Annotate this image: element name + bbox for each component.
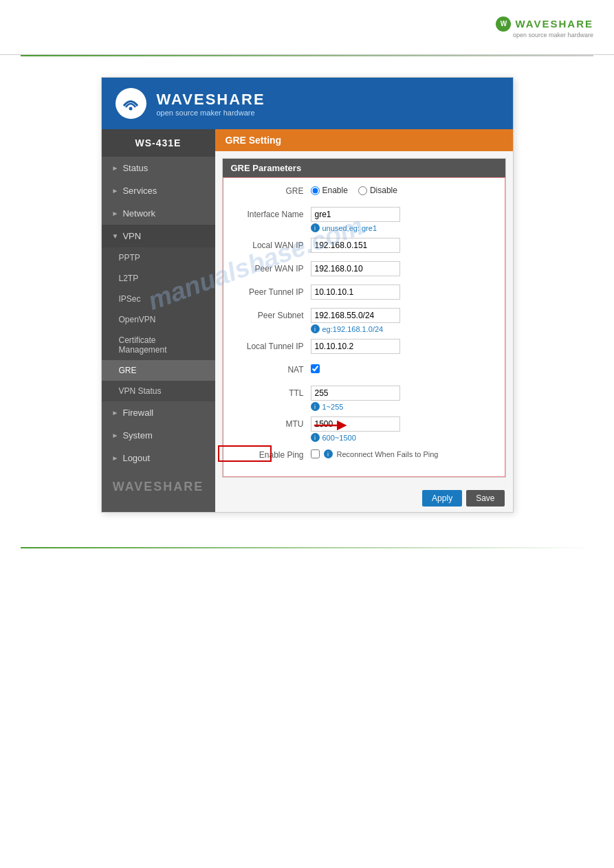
- peer-tunnel-ip-input[interactable]: [311, 285, 400, 300]
- router-brand: WAVESHARE: [157, 91, 265, 109]
- peer-wan-ip-value: [311, 261, 496, 276]
- gre-enable-option[interactable]: Enable: [311, 186, 348, 195]
- sidebar-label-services: Services: [122, 186, 157, 196]
- gre-label: GRE: [119, 366, 137, 375]
- mtu-value: i 600~1500: [311, 416, 496, 442]
- arrow-icon: ►: [112, 164, 119, 172]
- arrow-icon: ►: [112, 454, 119, 462]
- ttl-hint-text: 1~255: [322, 403, 344, 411]
- peer-tunnel-ip-row: Peer Tunnel IP: [232, 285, 496, 302]
- sidebar-item-openvpn[interactable]: OpenVPN: [102, 309, 215, 330]
- arrow-icon-vpn: ▼: [112, 232, 119, 240]
- mtu-input[interactable]: [311, 416, 400, 432]
- gre-enable-radio[interactable]: [311, 186, 320, 195]
- action-buttons: Apply Save: [215, 485, 513, 512]
- peer-subnet-label: Peer Subnet: [232, 308, 311, 320]
- arrow-icon: ►: [112, 409, 119, 416]
- interface-name-label: Interface Name: [232, 207, 311, 219]
- enable-ping-row: Enable Ping i Reconnect When Fails to Pi…: [232, 447, 496, 465]
- sidebar-item-status[interactable]: ► Status: [102, 157, 215, 179]
- local-wan-ip-value: [311, 238, 496, 253]
- hint-icon: i: [311, 433, 320, 442]
- peer-subnet-input[interactable]: [311, 308, 400, 323]
- params-body: GRE Enable: [223, 177, 505, 477]
- page-content: manualsbase.com WAVESHARE open source ma…: [0, 56, 614, 533]
- sidebar-item-logout[interactable]: ► Logout: [102, 447, 215, 469]
- main-panel: GRE Setting GRE Parameters GRE: [215, 129, 513, 512]
- ttl-row: TTL i 1~255: [232, 386, 496, 411]
- gre-disable-option[interactable]: Disable: [358, 186, 397, 195]
- gre-disable-radio[interactable]: [358, 186, 367, 195]
- local-wan-ip-input[interactable]: [311, 238, 400, 253]
- enable-ping-checkbox[interactable]: [311, 449, 320, 458]
- local-tunnel-ip-input[interactable]: [311, 339, 400, 354]
- device-name: WS-431E: [102, 129, 215, 157]
- local-wan-ip-row: Local WAN IP: [232, 238, 496, 256]
- sidebar-item-pptp[interactable]: PPTP: [102, 247, 215, 268]
- logo-subtitle: open source maker hardware: [513, 32, 593, 38]
- params-section: GRE Parameters GRE Enable: [222, 158, 506, 478]
- brand-name: WAVESHARE: [515, 18, 593, 30]
- gre-radio-group: Enable Disable: [311, 183, 496, 195]
- interface-name-hint: i unused,eg: gre1: [311, 223, 496, 232]
- router-wrapper: manualsbase.com WAVESHARE open source ma…: [101, 77, 514, 513]
- sidebar-item-services[interactable]: ► Services: [102, 179, 215, 202]
- vpn-submenu: PPTP L2TP IPSec OpenVPN Certificate Mana…: [102, 247, 215, 401]
- ttl-label: TTL: [232, 386, 311, 398]
- router-body: WS-431E ► Status ► Services ► Network: [102, 129, 513, 512]
- peer-subnet-hint: i eg:192.168.1.0/24: [311, 324, 496, 333]
- sidebar-label-system: System: [122, 430, 152, 441]
- sidebar-item-vpn-status[interactable]: VPN Status: [102, 381, 215, 401]
- router-logo-text: WAVESHARE open source maker hardware: [157, 91, 265, 117]
- sidebar-label-logout: Logout: [122, 453, 150, 463]
- peer-wan-ip-input[interactable]: [311, 261, 400, 276]
- router-tagline: open source maker hardware: [157, 109, 265, 117]
- mtu-row: MTU i 600~1500: [232, 416, 496, 442]
- sidebar-label-network: Network: [122, 208, 155, 219]
- enable-ping-value: i Reconnect When Fails to Ping: [311, 447, 496, 458]
- gre-disable-label: Disable: [370, 186, 397, 195]
- sidebar-item-gre[interactable]: GRE: [102, 360, 215, 381]
- interface-name-row: Interface Name i unused,eg: gre1: [232, 207, 496, 232]
- peer-tunnel-ip-label: Peer Tunnel IP: [232, 285, 311, 297]
- sidebar-item-ipsec[interactable]: IPSec: [102, 289, 215, 309]
- interface-name-input[interactable]: [311, 207, 400, 222]
- hint-icon: i: [311, 402, 320, 411]
- gre-field-value: Enable Disable: [311, 183, 496, 195]
- enable-ping-reconnect-text: Reconnect When Fails to Ping: [337, 450, 439, 458]
- ttl-input[interactable]: [311, 386, 400, 401]
- sidebar-item-system[interactable]: ► System: [102, 424, 215, 447]
- save-button[interactable]: Save: [466, 490, 504, 507]
- sidebar-item-l2tp[interactable]: L2TP: [102, 268, 215, 289]
- local-tunnel-ip-value: [311, 339, 496, 354]
- mtu-hint: i 600~1500: [311, 433, 496, 442]
- enable-ping-checkbox-group: i Reconnect When Fails to Ping: [311, 447, 496, 458]
- nat-checkbox[interactable]: [311, 364, 320, 373]
- mtu-hint-text: 600~1500: [322, 434, 356, 442]
- apply-button[interactable]: Apply: [422, 490, 462, 507]
- gre-row: GRE Enable: [232, 183, 496, 201]
- ttl-value: i 1~255: [311, 386, 496, 411]
- arrow-icon: ►: [112, 432, 119, 439]
- router-header: WAVESHARE open source maker hardware: [102, 78, 513, 129]
- nat-label: NAT: [232, 362, 311, 375]
- gre-enable-label: Enable: [322, 186, 348, 195]
- hint-icon: i: [324, 449, 333, 458]
- local-wan-ip-label: Local WAN IP: [232, 238, 311, 250]
- sidebar-item-network[interactable]: ► Network: [102, 202, 215, 225]
- router-ui: WAVESHARE open source maker hardware WS-…: [101, 77, 514, 513]
- nat-checkbox-group: [311, 362, 496, 373]
- mtu-label: MTU: [232, 416, 311, 429]
- sidebar-bottom-logo: WAVESHARE: [102, 469, 215, 504]
- sidebar-label-firewall: Firewall: [122, 408, 153, 418]
- local-tunnel-ip-row: Local Tunnel IP: [232, 339, 496, 357]
- top-header: W WAVESHARE open source maker hardware: [0, 0, 614, 55]
- enable-ping-label: Enable Ping: [232, 447, 311, 460]
- router-logo-icon: [116, 88, 146, 119]
- interface-name-value: i unused,eg: gre1: [311, 207, 496, 232]
- sidebar-item-vpn[interactable]: ▼ VPN: [102, 225, 215, 247]
- peer-wan-ip-row: Peer WAN IP: [232, 261, 496, 279]
- sidebar-item-cert[interactable]: Certificate Management: [102, 330, 215, 360]
- sidebar-item-firewall[interactable]: ► Firewall: [102, 401, 215, 424]
- arrow-icon: ►: [112, 187, 119, 194]
